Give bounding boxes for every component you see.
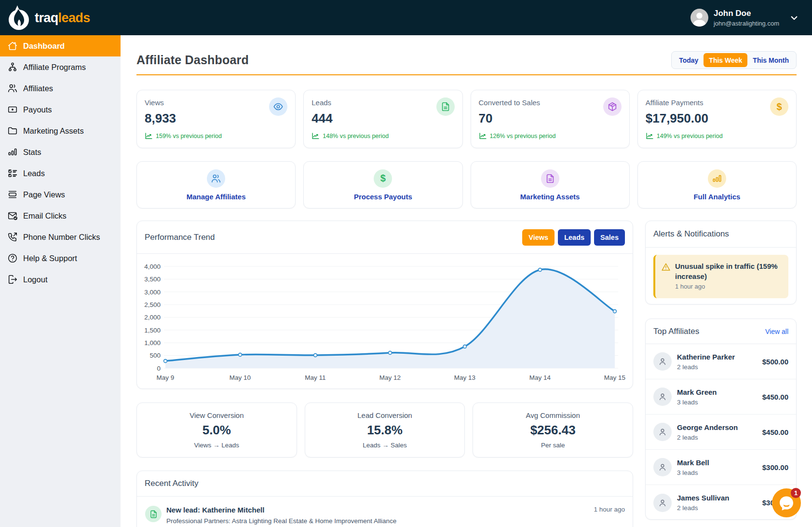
svg-text:May 14: May 14 — [529, 374, 551, 381]
svg-text:2,000: 2,000 — [144, 314, 161, 321]
svg-text:May 13: May 13 — [454, 374, 475, 381]
svg-text:May 10: May 10 — [230, 374, 251, 381]
svg-text:May 12: May 12 — [379, 374, 401, 381]
svg-text:500: 500 — [149, 352, 161, 359]
svg-text:1,500: 1,500 — [144, 327, 161, 334]
svg-text:May 11: May 11 — [305, 374, 325, 381]
svg-text:4,000: 4,000 — [144, 263, 161, 270]
svg-text:2,500: 2,500 — [144, 301, 161, 308]
svg-text:1,000: 1,000 — [144, 339, 161, 347]
svg-text:3,000: 3,000 — [144, 289, 161, 296]
svg-text:3,500: 3,500 — [144, 276, 161, 283]
svg-text:May 9: May 9 — [157, 374, 175, 381]
svg-text:May 15: May 15 — [604, 374, 625, 381]
svg-text:0: 0 — [157, 365, 161, 372]
